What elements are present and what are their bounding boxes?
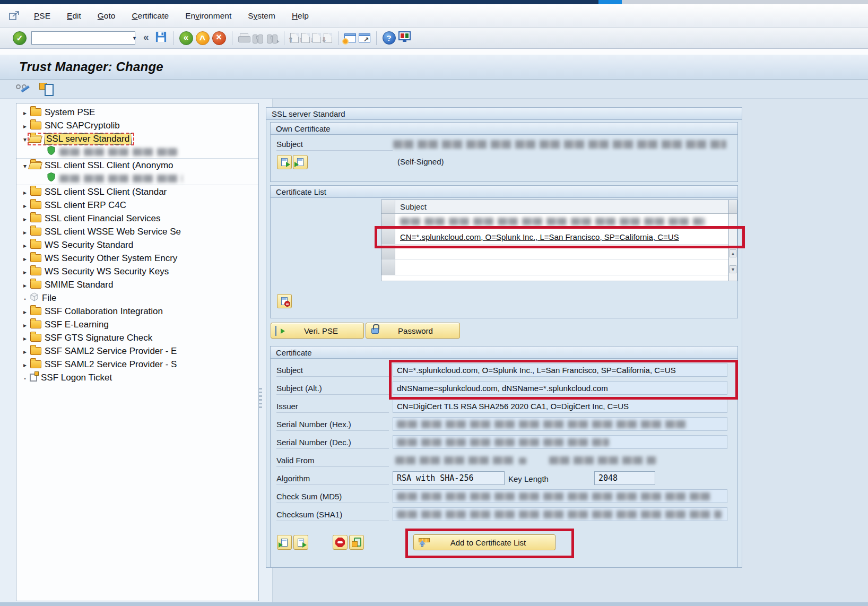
subject-field-value[interactable]: CN=*.splunkcloud.com, O=Splunk Inc., L=S… — [393, 363, 727, 377]
tree-item-ssl-client-standard[interactable]: SSL client SSL Client (Standar — [16, 185, 258, 198]
tree-item-ssf-elearning[interactable]: SSF E-Learning — [16, 318, 258, 331]
algorithm-field-value[interactable]: RSA with SHA-256 — [393, 471, 505, 485]
expand-arrow-icon[interactable] — [21, 333, 29, 343]
table-row-redacted[interactable] — [381, 214, 728, 229]
md5-field-value[interactable] — [393, 489, 727, 503]
verify-pse-button[interactable]: Veri. PSE — [271, 323, 364, 339]
delete-from-certificate-list-button[interactable] — [277, 294, 292, 308]
menu-pse[interactable]: PSE — [33, 10, 51, 22]
export-certificate-button[interactable] — [293, 535, 308, 550]
expand-arrow-icon[interactable] — [21, 266, 29, 277]
collapse-chevron-icon[interactable]: « — [143, 31, 149, 43]
sha1-field-value[interactable] — [393, 507, 727, 521]
scroll-up-icon[interactable]: ▲ — [730, 249, 736, 257]
tree-item-ws-security-other[interactable]: WS Security Other System Encry — [16, 252, 258, 265]
tree-item-snc-sapcryptolib[interactable]: SNC SAPCryptolib — [16, 119, 258, 132]
expand-arrow-icon[interactable] — [21, 213, 29, 224]
new-session-icon[interactable] — [344, 33, 356, 42]
back-icon[interactable] — [179, 31, 193, 45]
row-selector[interactable] — [381, 229, 395, 244]
first-page-icon[interactable]: ⇑ — [290, 33, 299, 43]
tree-item-ssl-server-standard[interactable]: SSL server Standard — [16, 132, 258, 145]
expand-arrow-icon[interactable] — [21, 187, 29, 197]
find-icon[interactable] — [252, 33, 264, 43]
tree-item-ssl-client-wsse[interactable]: SSL client WSSE Web Service Se — [16, 225, 258, 238]
expand-arrow-icon[interactable] — [21, 319, 29, 330]
replace-own-certificate-button[interactable] — [293, 155, 308, 169]
command-field[interactable] — [31, 31, 135, 45]
import-certificate-button[interactable] — [277, 535, 292, 550]
command-input[interactable] — [32, 32, 132, 44]
previous-page-icon[interactable]: ↑ — [301, 33, 310, 43]
gui-settings-icon[interactable] — [398, 31, 411, 45]
menu-environment[interactable]: Environment — [184, 10, 232, 22]
table-row-empty[interactable] — [381, 245, 728, 260]
tree-item-ssl-client-anonymous[interactable]: SSL client SSL Client (Anonymo — [16, 159, 258, 172]
menu-certificate[interactable]: Certificate — [131, 10, 170, 22]
tree-item-redacted-certificate[interactable] — [16, 145, 258, 159]
table-row-splunkcloud[interactable]: CN=*.splunkcloud.com, O=Splunk Inc., L=S… — [381, 229, 728, 245]
tree-item-ssf-saml2-s[interactable]: SSF SAML2 Service Provider - S — [16, 358, 258, 371]
certificate-subject-link[interactable]: CN=*.splunkcloud.com, O=Splunk Inc., L=S… — [395, 229, 679, 244]
menu-help[interactable]: Help — [291, 10, 310, 22]
log-off-icon[interactable] — [8, 11, 21, 21]
tree-item-system-pse[interactable]: System PSE — [16, 106, 258, 119]
tree-item-smime-standard[interactable]: SMIME Standard — [16, 278, 258, 291]
tree-item-ssf-gts[interactable]: SSF GTS Signature Check — [16, 331, 258, 344]
expand-arrow-icon[interactable] — [21, 107, 29, 118]
expand-arrow-icon[interactable] — [21, 200, 29, 211]
title-bar: Trust Manager: Change — [0, 55, 868, 80]
command-dropdown-icon[interactable] — [132, 32, 137, 44]
row-selector[interactable] — [381, 245, 395, 259]
row-selector-header[interactable] — [381, 200, 395, 213]
menu-edit[interactable]: Edit — [66, 10, 82, 22]
next-page-icon[interactable]: ↓ — [313, 33, 321, 43]
set-invalid-button[interactable] — [333, 535, 348, 550]
row-selector[interactable] — [381, 214, 395, 229]
expand-arrow-icon[interactable] — [21, 280, 29, 290]
expand-arrow-icon[interactable] — [21, 227, 29, 237]
exit-icon[interactable] — [196, 31, 210, 45]
tree-item-ssf-saml2-e[interactable]: SSF SAML2 Service Provider - E — [16, 344, 258, 358]
expand-arrow-icon[interactable] — [21, 346, 29, 357]
tree-item-ws-security-standard[interactable]: WS Security Standard — [16, 238, 258, 252]
subject-alt-field-value[interactable]: dNSName=splunkcloud.com, dNSName=*.splun… — [393, 381, 727, 395]
add-to-certificate-list-button[interactable]: Add to Certificate List — [413, 534, 555, 550]
tree-item-file[interactable]: File — [16, 291, 258, 305]
menu-goto[interactable]: Goto — [97, 10, 117, 22]
serial-hex-field-value[interactable] — [393, 417, 727, 431]
scroll-down-icon[interactable]: ▼ — [730, 265, 736, 273]
enter-icon[interactable] — [13, 31, 27, 45]
expand-arrow-icon[interactable] — [21, 359, 29, 370]
create-shortcut-icon[interactable]: ↗ — [359, 33, 370, 42]
help-icon[interactable] — [383, 31, 396, 45]
print-icon[interactable] — [238, 33, 249, 42]
export-own-certificate-button[interactable] — [277, 155, 292, 169]
last-page-icon[interactable]: ⇓ — [324, 33, 332, 43]
table-row-empty[interactable] — [381, 260, 728, 275]
password-button[interactable]: Password — [366, 323, 460, 339]
find-next-icon[interactable]: + — [266, 33, 278, 43]
save-icon[interactable] — [155, 31, 167, 45]
tree-item-ssl-client-erp-c4c[interactable]: SSL client ERP C4C — [16, 198, 258, 212]
set-valid-button[interactable] — [349, 535, 364, 550]
expand-arrow-icon[interactable] — [21, 253, 29, 264]
cancel-icon[interactable] — [212, 31, 226, 45]
tree-item-ssf-collaboration[interactable]: SSF Collaboration Integration — [16, 305, 258, 318]
menu-system[interactable]: System — [247, 10, 276, 22]
tree-item-ssl-client-financial-services[interactable]: SSL client Financial Services — [16, 212, 258, 225]
key-length-value[interactable]: 2048 — [594, 471, 655, 485]
pane-splitter-handle[interactable] — [259, 388, 262, 409]
expand-arrow-icon[interactable] — [21, 120, 29, 131]
tree-item-ssf-logon-ticket[interactable]: SSF Logon Ticket — [16, 371, 258, 384]
issuer-field-value[interactable]: CN=DigiCert TLS RSA SHA256 2020 CA1, O=D… — [393, 399, 727, 413]
subject-column-header[interactable]: Subject — [395, 200, 427, 213]
row-selector[interactable] — [381, 260, 395, 275]
expand-arrow-icon[interactable] — [21, 240, 29, 250]
tree-item-ws-security-keys[interactable]: WS Security WS Security Keys — [16, 265, 258, 278]
tree-item-redacted-certificate[interactable] — [16, 172, 258, 185]
serial-dec-field-value[interactable] — [393, 435, 727, 449]
expand-arrow-icon[interactable] — [21, 306, 29, 317]
display-change-icon[interactable] — [16, 83, 33, 96]
redistribute-icon[interactable] — [39, 82, 54, 96]
